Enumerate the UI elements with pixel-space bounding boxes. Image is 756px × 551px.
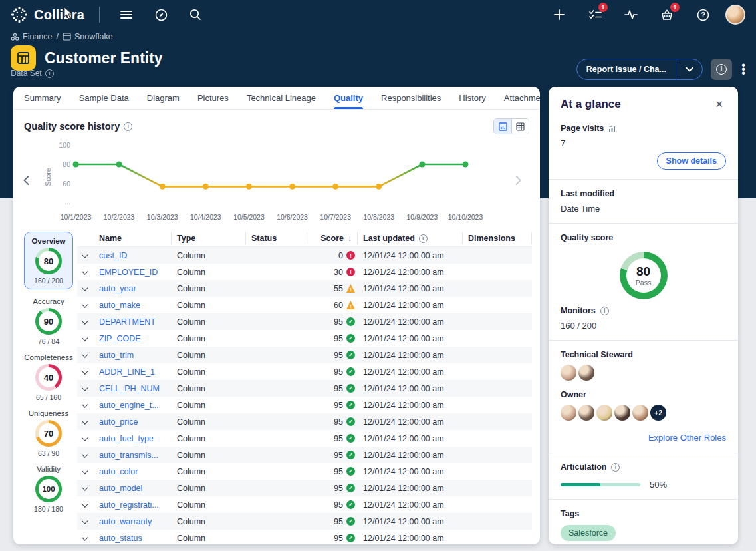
dimension-validity[interactable]: Validity100180 / 180 — [34, 463, 63, 513]
row-name-link[interactable]: EMPLOYEE_ID — [94, 268, 172, 277]
person-avatar[interactable] — [632, 405, 648, 421]
table-row[interactable]: auto_warranty Column 95 12/01/24 12:00:0… — [77, 513, 532, 530]
main-menu-icon[interactable] — [113, 5, 140, 25]
row-expand-chevron-icon[interactable] — [77, 502, 94, 507]
table-row[interactable]: auto_engine_t... Column 95 12/01/24 12:0… — [77, 397, 532, 413]
row-expand-chevron-icon[interactable] — [77, 486, 94, 490]
row-name-link[interactable]: auto_color — [94, 467, 172, 476]
person-avatar[interactable] — [561, 365, 576, 381]
row-expand-chevron-icon[interactable] — [77, 286, 94, 291]
row-name-link[interactable]: auto_transmis... — [94, 451, 172, 460]
more-options-button[interactable]: ••• — [740, 63, 747, 75]
table-view-button[interactable] — [511, 119, 529, 134]
report-issue-dropdown[interactable] — [676, 59, 702, 79]
breadcrumb-community[interactable]: Finance — [11, 32, 52, 41]
tab-technical-lineage[interactable]: Technical Lineage — [247, 87, 316, 109]
person-avatar[interactable] — [614, 405, 630, 421]
breadcrumb-system[interactable]: Snowflake — [63, 32, 113, 41]
row-expand-chevron-icon[interactable] — [77, 336, 94, 341]
row-name-link[interactable]: ADDR_LINE_1 — [94, 367, 172, 377]
row-name-link[interactable]: auto_trim — [94, 351, 172, 360]
table-row[interactable]: auto_registrati... Column 95 12/01/24 12… — [77, 496, 532, 513]
row-expand-chevron-icon[interactable] — [77, 270, 94, 274]
explore-other-roles-link[interactable]: Explore Other Roles — [648, 433, 726, 443]
dimension-uniqueness[interactable]: Uniqueness7063 / 90 — [29, 407, 69, 457]
quality-chart-info-icon[interactable]: i — [124, 122, 132, 131]
tab-quality[interactable]: Quality — [334, 87, 363, 109]
row-name-link[interactable]: cust_ID — [94, 251, 172, 260]
row-name-link[interactable]: auto_price — [94, 417, 172, 427]
person-avatar[interactable] — [596, 405, 612, 421]
tab-responsibilities[interactable]: Responsibilities — [381, 87, 441, 109]
row-name-link[interactable]: auto_warranty — [94, 517, 172, 526]
row-name-link[interactable]: CELL_PH_NUM — [94, 384, 172, 393]
col-header-name[interactable]: Name — [94, 232, 172, 244]
row-name-link[interactable]: auto_engine_t... — [94, 401, 172, 410]
table-row[interactable]: auto_fuel_type Column 95 12/01/24 12:00:… — [77, 430, 532, 447]
table-row[interactable]: ZIP_CODE Column 95 12/01/24 12:00:00 am — [77, 330, 532, 347]
show-details-button[interactable]: Show details — [657, 152, 726, 170]
search-icon[interactable] — [182, 5, 209, 25]
dimension-accuracy[interactable]: Accuracy9076 / 84 — [33, 295, 64, 345]
table-row[interactable]: ADDR_LINE_1 Column 95 12/01/24 12:00:00 … — [77, 363, 532, 380]
tag-salesforce[interactable]: Salesforce — [561, 525, 616, 541]
add-asset-icon[interactable] — [546, 5, 572, 25]
table-row[interactable]: auto_trim Column 95 12/01/24 12:00:00 am — [77, 347, 532, 363]
row-expand-chevron-icon[interactable] — [77, 319, 94, 324]
row-expand-chevron-icon[interactable] — [77, 469, 94, 474]
tab-diagram[interactable]: Diagram — [147, 87, 180, 109]
chart-scroll-left[interactable] — [17, 172, 35, 189]
table-row[interactable]: auto_year Column 55 12/01/24 12:00:00 am — [77, 280, 532, 297]
table-row[interactable]: auto_color Column 95 12/01/24 12:00:00 a… — [77, 463, 532, 480]
table-row[interactable]: DEPARTMENT Column 95 12/01/24 12:00:00 a… — [77, 313, 532, 330]
row-expand-chevron-icon[interactable] — [77, 403, 94, 407]
report-issue-button[interactable]: Report Issue / Cha... — [576, 59, 703, 80]
person-avatar[interactable] — [578, 365, 594, 381]
row-expand-chevron-icon[interactable] — [77, 369, 94, 374]
avatar-overflow-badge[interactable]: +2 — [650, 405, 666, 421]
row-name-link[interactable]: auto_fuel_type — [94, 434, 172, 443]
dimension-overview[interactable]: Overview80160 / 200 — [24, 232, 73, 289]
table-row[interactable]: auto_price Column 95 12/01/24 12:00:00 a… — [77, 413, 532, 430]
row-expand-chevron-icon[interactable] — [77, 253, 94, 258]
row-expand-chevron-icon[interactable] — [77, 453, 94, 457]
table-row[interactable]: auto_transmis... Column 95 12/01/24 12:0… — [77, 447, 532, 463]
table-row[interactable]: EMPLOYEE_ID Column 30 12/01/24 12:00:00 … — [77, 264, 532, 280]
row-expand-chevron-icon[interactable] — [77, 353, 94, 357]
table-row[interactable]: cust_ID Column 0 12/01/24 12:00:00 am — [77, 247, 532, 264]
row-name-link[interactable]: auto_registrati... — [94, 500, 172, 510]
asset-info-button[interactable]: i — [711, 59, 732, 80]
col-header-dimensions[interactable]: Dimensions — [463, 232, 532, 244]
dimension-completeness[interactable]: Completeness4065 / 160 — [24, 351, 73, 401]
help-icon[interactable]: ? — [690, 5, 716, 25]
tab-attachments[interactable]: Attachments — [504, 87, 540, 109]
chart-scroll-right[interactable] — [509, 172, 527, 189]
row-name-link[interactable]: auto_make — [94, 301, 172, 310]
asset-type-info-icon[interactable]: i — [45, 69, 54, 78]
last-updated-info-icon[interactable]: i — [419, 234, 428, 243]
activity-pulse-icon[interactable] — [618, 5, 644, 25]
user-avatar[interactable] — [725, 5, 745, 25]
col-header-type[interactable]: Type — [172, 232, 246, 244]
row-name-link[interactable]: auto_status — [94, 534, 172, 543]
articulation-info-icon[interactable]: i — [611, 463, 620, 472]
browse-compass-icon[interactable] — [148, 5, 174, 25]
chart-view-button[interactable] — [494, 119, 511, 134]
row-expand-chevron-icon[interactable] — [77, 436, 94, 441]
row-expand-chevron-icon[interactable] — [77, 419, 94, 424]
row-expand-chevron-icon[interactable] — [77, 303, 94, 307]
person-avatar[interactable] — [561, 405, 576, 421]
row-name-link[interactable]: ZIP_CODE — [94, 334, 172, 343]
data-basket-icon[interactable]: 1 — [654, 5, 680, 25]
row-expand-chevron-icon[interactable] — [77, 519, 94, 524]
table-row[interactable]: auto_model Column 95 12/01/24 12:00:00 a… — [77, 480, 532, 496]
report-issue-label[interactable]: Report Issue / Cha... — [577, 65, 676, 74]
row-expand-chevron-icon[interactable] — [77, 536, 94, 540]
table-row[interactable]: auto_make Column 60 12/01/24 12:00:00 am — [77, 297, 532, 313]
row-name-link[interactable]: auto_model — [94, 484, 172, 493]
tab-summary[interactable]: Summary — [24, 87, 61, 109]
row-expand-chevron-icon[interactable] — [77, 386, 94, 391]
row-name-link[interactable]: DEPARTMENT — [94, 317, 172, 327]
table-row[interactable]: auto_status Column 95 12/01/24 12:00:00 … — [77, 530, 532, 544]
tasks-icon[interactable]: 1 — [582, 5, 608, 25]
